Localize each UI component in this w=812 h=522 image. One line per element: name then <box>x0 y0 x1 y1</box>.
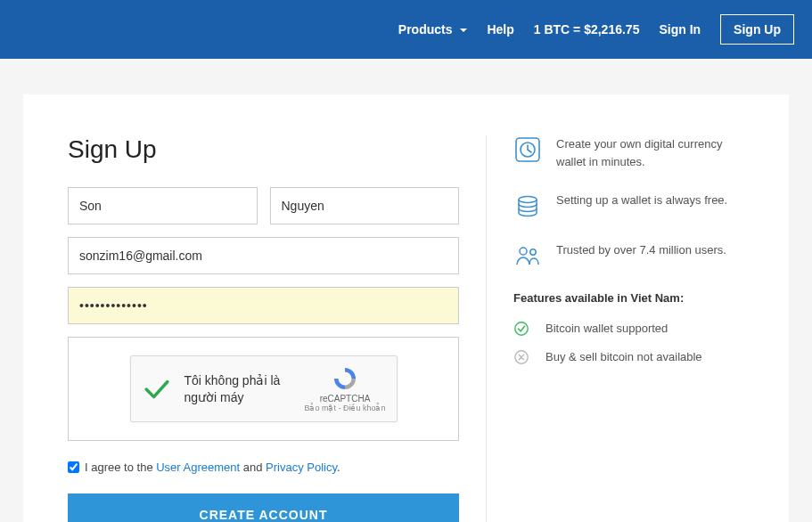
nav-products-label: Products <box>398 22 453 37</box>
recaptcha-brand: reCAPTCHA <box>304 394 385 404</box>
page-title: Sign Up <box>68 135 459 164</box>
recaptcha-logo: reCAPTCHA Bảo mật - Điều khoản <box>304 365 385 412</box>
create-account-button[interactable]: CREATE ACCOUNT <box>68 493 459 522</box>
recaptcha-terms: Bảo mật - Điều khoản <box>304 404 385 412</box>
btc-rate: 1 BTC = $2,216.75 <box>534 22 640 37</box>
recaptcha-icon <box>332 365 358 392</box>
benefit-item: Trusted by over 7.4 million users. <box>513 241 744 270</box>
feature-item: Bitcoin wallet supported <box>513 321 744 337</box>
benefit-item: Create your own digital currency wallet … <box>513 135 744 170</box>
privacy-policy-link[interactable]: Privacy Policy <box>266 461 337 474</box>
users-icon <box>513 241 542 270</box>
signup-button[interactable]: Sign Up <box>720 14 794 45</box>
email-field[interactable] <box>68 237 459 274</box>
x-circle-icon <box>513 349 529 365</box>
first-name-field[interactable] <box>68 187 258 224</box>
chevron-down-icon <box>460 29 467 32</box>
user-agreement-link[interactable]: User Agreement <box>156 461 240 474</box>
checkmark-icon <box>142 374 172 404</box>
captcha-label: Tôi không phải là người máy <box>185 372 292 404</box>
benefit-text: Trusted by over 7.4 million users. <box>556 241 726 259</box>
svg-point-4 <box>530 249 536 255</box>
feature-text: Bitcoin wallet supported <box>545 321 668 337</box>
clock-icon <box>513 135 542 164</box>
features-heading: Features available in Viet Nam: <box>513 291 744 305</box>
nav-help[interactable]: Help <box>487 22 513 37</box>
benefit-item: Setting up a wallet is always free. <box>513 192 744 220</box>
svg-point-3 <box>520 248 527 255</box>
feature-text: Buy & sell bitcoin not available <box>545 349 702 365</box>
check-circle-icon <box>513 321 529 337</box>
svg-point-2 <box>519 197 537 203</box>
last-name-field[interactable] <box>270 187 460 224</box>
benefit-text: Create your own digital currency wallet … <box>556 135 744 170</box>
main-card: Sign Up Tôi không phải là người máy <box>23 94 789 522</box>
nav-products[interactable]: Products <box>398 22 468 37</box>
benefit-text: Setting up a wallet is always free. <box>556 192 727 209</box>
side-info: Create your own digital currency wallet … <box>486 135 744 522</box>
captcha-container: Tôi không phải là người máy reCAPTCHA Bả… <box>68 337 459 441</box>
coins-icon <box>513 192 542 220</box>
top-nav: Products Help 1 BTC = $2,216.75 Sign In … <box>0 0 812 59</box>
recaptcha-widget[interactable]: Tôi không phải là người máy reCAPTCHA Bả… <box>130 355 398 422</box>
feature-item: Buy & sell bitcoin not available <box>513 349 744 365</box>
password-field[interactable] <box>68 287 459 324</box>
signup-form: Sign Up Tôi không phải là người máy <box>68 135 459 522</box>
agree-text: I agree to the User Agreement and Privac… <box>85 461 340 474</box>
agree-checkbox[interactable] <box>68 461 79 473</box>
signin-link[interactable]: Sign In <box>659 22 701 37</box>
agree-row: I agree to the User Agreement and Privac… <box>68 461 459 474</box>
svg-point-5 <box>515 322 528 335</box>
